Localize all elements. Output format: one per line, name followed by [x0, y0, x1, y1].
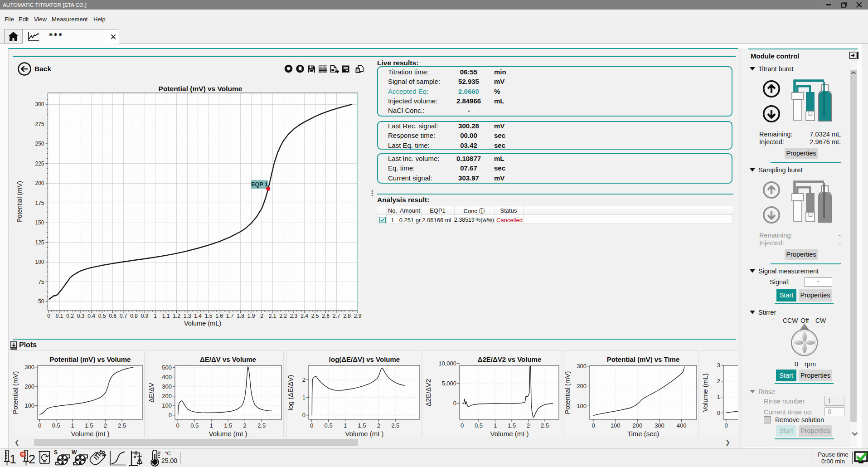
svg-text:S: S [54, 450, 58, 456]
svg-text:2: 2 [377, 422, 380, 429]
svg-text:2.1: 2.1 [269, 313, 276, 319]
svg-text:2: 2 [260, 313, 263, 319]
svg-text:Volume (mL): Volume (mL) [209, 430, 247, 438]
svg-text:2.4: 2.4 [301, 313, 308, 319]
svg-text:Δ2E/ΔV2 vs Volume: Δ2E/ΔV2 vs Volume [478, 355, 542, 363]
svg-text:2.2: 2.2 [279, 313, 287, 319]
svg-text:1.5: 1.5 [358, 422, 366, 429]
svg-text:Volume (mL): Volume (mL) [184, 320, 221, 327]
svg-text:log(ΔE/ΔV) vs Volume: log(ΔE/ΔV) vs Volume [329, 355, 400, 363]
svg-text:2: 2 [104, 422, 107, 429]
svg-text:0.5: 0.5 [52, 422, 60, 429]
svg-text:200: 200 [632, 422, 642, 429]
svg-text:275: 275 [35, 121, 44, 127]
svg-text:0: 0 [38, 422, 41, 429]
svg-text:1: 1 [210, 422, 213, 429]
svg-text:0.5: 0.5 [475, 422, 483, 429]
svg-text:0.7: 0.7 [120, 313, 127, 319]
svg-text:2: 2 [717, 378, 720, 384]
svg-text:1.2: 1.2 [173, 313, 180, 319]
svg-text:0: 0 [47, 313, 50, 319]
svg-text:1.6: 1.6 [215, 313, 223, 319]
svg-text:100: 100 [162, 402, 172, 409]
svg-text:0.5: 0.5 [190, 422, 199, 429]
svg-text:ΔE/ΔV vs Volume: ΔE/ΔV vs Volume [200, 355, 256, 363]
svg-text:2: 2 [243, 422, 247, 429]
svg-text:300: 300 [655, 422, 664, 429]
svg-text:400: 400 [162, 374, 172, 380]
svg-text:2: 2 [29, 452, 35, 466]
svg-text:5,000: 5,000 [441, 380, 456, 387]
svg-text:50: 50 [38, 298, 44, 305]
svg-text:125: 125 [35, 239, 44, 246]
svg-text:Potential (mV): Potential (mV) [11, 371, 19, 414]
svg-text:Volume (mL): Volume (mL) [701, 373, 709, 412]
svg-text:0.5: 0.5 [325, 422, 333, 429]
svg-text:1: 1 [344, 422, 347, 429]
svg-text:1.7: 1.7 [226, 313, 234, 319]
svg-text:2.9: 2.9 [354, 313, 362, 319]
svg-text:2.6: 2.6 [322, 313, 330, 319]
svg-text:0.3: 0.3 [77, 313, 85, 319]
svg-text:N: N [357, 68, 359, 73]
svg-text:0.2: 0.2 [66, 313, 74, 319]
svg-text:Potential (mV) vs Time: Potential (mV) vs Time [607, 355, 680, 363]
svg-text:2.8: 2.8 [343, 313, 351, 319]
svg-text:225: 225 [35, 161, 44, 167]
svg-text:500: 500 [162, 364, 172, 371]
svg-text:Volume (mL): Volume (mL) [490, 430, 529, 438]
svg-text:200: 200 [35, 180, 44, 186]
svg-text:1.5: 1.5 [85, 422, 93, 429]
svg-text:75: 75 [38, 279, 44, 285]
svg-text:2.5: 2.5 [391, 422, 399, 429]
svg-text:1: 1 [717, 394, 720, 400]
svg-text:0: 0 [169, 412, 172, 418]
svg-text:0: 0 [176, 422, 179, 429]
svg-text:0.9: 0.9 [141, 313, 149, 319]
svg-text:300: 300 [162, 383, 172, 390]
svg-text:W: W [72, 450, 77, 456]
svg-text:100: 100 [35, 259, 44, 265]
svg-text:0.4: 0.4 [87, 313, 95, 319]
svg-text:2.5: 2.5 [311, 313, 319, 319]
svg-text:Time (sec): Time (sec) [627, 430, 659, 438]
svg-text:10,000: 10,000 [438, 360, 456, 367]
svg-text:Volume (mL): Volume (mL) [71, 430, 109, 438]
svg-text:ΔE/ΔV: ΔE/ΔV [147, 383, 155, 403]
svg-text:0: 0 [592, 422, 595, 429]
svg-text:1.5: 1.5 [224, 422, 232, 429]
svg-text:300: 300 [577, 363, 587, 370]
svg-text:250: 250 [35, 141, 44, 147]
svg-text:3: 3 [717, 362, 720, 369]
svg-text:2: 2 [527, 422, 530, 429]
svg-text:2.7: 2.7 [333, 313, 340, 319]
svg-text:300: 300 [35, 101, 44, 107]
svg-text:0.8: 0.8 [130, 313, 138, 319]
svg-text:Volume (mL): Volume (mL) [345, 430, 383, 438]
svg-text:0: 0 [717, 409, 720, 416]
svg-text:Δ2E/ΔV2: Δ2E/ΔV2 [424, 379, 432, 407]
svg-text:0.5: 0.5 [98, 313, 106, 319]
svg-text:0: 0 [302, 412, 305, 418]
svg-text:0: 0 [453, 400, 456, 407]
svg-text:200: 200 [24, 383, 34, 390]
svg-text:1: 1 [494, 422, 497, 429]
svg-text:1.1: 1.1 [162, 313, 170, 319]
svg-text:2.5: 2.5 [257, 422, 266, 429]
svg-text:300: 300 [24, 364, 34, 370]
svg-text:1.3: 1.3 [184, 313, 191, 319]
svg-text:1.5: 1.5 [508, 422, 516, 429]
svg-text:400: 400 [677, 422, 687, 429]
svg-text:Potential (mV) vs Volume: Potential (mV) vs Volume [50, 355, 131, 363]
svg-text:1: 1 [154, 313, 157, 319]
svg-text:2: 2 [302, 376, 305, 383]
svg-text:1.8: 1.8 [237, 313, 244, 319]
svg-text:EQP 1: EQP 1 [251, 181, 268, 188]
svg-text:200: 200 [162, 393, 172, 399]
svg-text:1: 1 [71, 422, 74, 429]
svg-text:log (ΔE/ΔV): log (ΔE/ΔV) [286, 375, 294, 410]
svg-text:2.3: 2.3 [290, 313, 298, 319]
svg-text:100: 100 [611, 422, 621, 429]
svg-text:1.9: 1.9 [247, 313, 255, 319]
svg-text:0: 0 [461, 422, 464, 429]
